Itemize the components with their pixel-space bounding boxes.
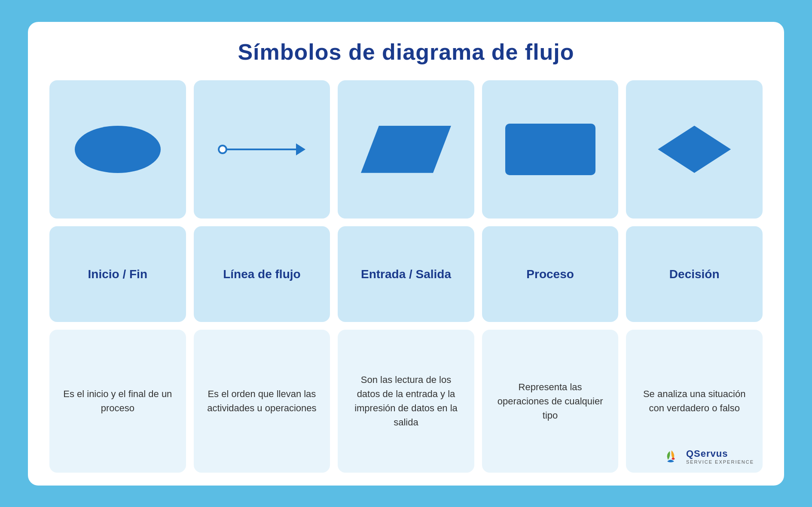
desc-inicio-fin: Es el inicio y el final de un proceso: [60, 387, 176, 415]
logo-name: QServus: [686, 448, 754, 459]
symbols-grid: Inicio / Fin Línea de flujo Entrada / Sa…: [49, 80, 763, 473]
symbol-cell-proceso: [482, 80, 619, 219]
desc-cell-inicio-fin: Es el inicio y el final de un proceso: [49, 330, 186, 473]
desc-linea-flujo: Es el orden que llevan las actividades u…: [204, 387, 320, 415]
symbol-cell-linea-flujo: [194, 80, 330, 219]
label-cell-proceso: Proceso: [482, 226, 619, 322]
label-cell-entrada-salida: Entrada / Salida: [338, 226, 474, 322]
label-inicio-fin: Inicio / Fin: [88, 267, 147, 282]
symbol-cell-decision: [626, 80, 763, 219]
logo-subtitle: SERVICE EXPERIENCE: [686, 459, 754, 464]
flowline-line: [227, 149, 296, 150]
desc-cell-proceso: Representa las operaciones de cualquier …: [482, 330, 619, 473]
flowline-shape: [218, 143, 305, 155]
desc-cell-linea-flujo: Es el orden que llevan las actividades u…: [194, 330, 330, 473]
qservus-logo-icon: [664, 447, 683, 466]
logo-text-block: QServus SERVICE EXPERIENCE: [686, 448, 754, 464]
symbol-cell-entrada-salida: [338, 80, 474, 219]
desc-cell-decision: Se analiza una situación con verdadero o…: [626, 330, 763, 473]
flowline-circle: [218, 145, 227, 154]
desc-entrada-salida: Son las lectura de los datos de la entra…: [348, 373, 464, 429]
label-entrada-salida: Entrada / Salida: [361, 267, 451, 282]
symbol-cell-inicio-fin: [49, 80, 186, 219]
desc-decision: Se analiza una situación con verdadero o…: [636, 387, 752, 415]
oval-shape: [75, 126, 161, 173]
label-linea-flujo: Línea de flujo: [223, 267, 300, 282]
logo-container: QServus SERVICE EXPERIENCE: [664, 447, 754, 466]
desc-proceso: Representa las operaciones de cualquier …: [492, 380, 608, 422]
label-cell-inicio-fin: Inicio / Fin: [49, 226, 186, 322]
desc-cell-entrada-salida: Son las lectura de los datos de la entra…: [338, 330, 474, 473]
label-cell-linea-flujo: Línea de flujo: [194, 226, 330, 322]
parallelogram-shape: [361, 126, 451, 173]
label-decision: Decisión: [669, 267, 720, 282]
flowline-arrow: [296, 143, 305, 155]
diamond-shape: [658, 126, 731, 173]
label-cell-decision: Decisión: [626, 226, 763, 322]
label-proceso: Proceso: [526, 267, 574, 282]
rectangle-shape: [505, 124, 595, 175]
page-title: Símbolos de diagrama de flujo: [49, 39, 763, 65]
main-card: Símbolos de diagrama de flujo Inicio / F…: [28, 22, 784, 486]
